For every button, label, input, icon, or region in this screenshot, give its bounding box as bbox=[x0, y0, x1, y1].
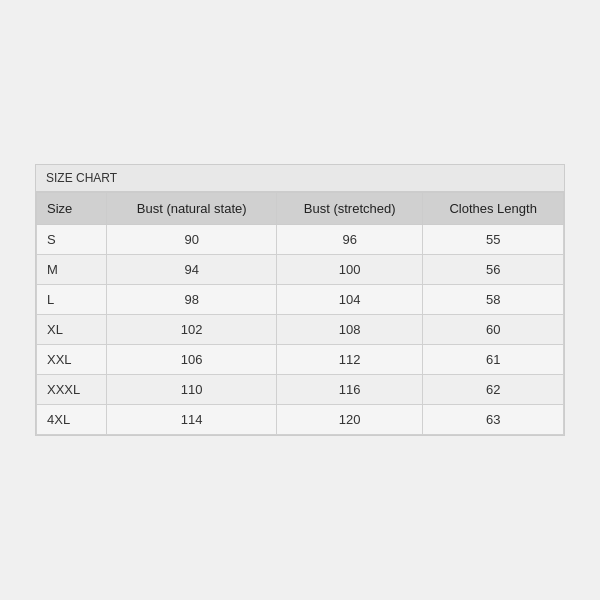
cell-bust_stretched: 116 bbox=[277, 375, 423, 405]
cell-bust_stretched: 104 bbox=[277, 285, 423, 315]
table-row: S909655 bbox=[37, 225, 564, 255]
table-row: M9410056 bbox=[37, 255, 564, 285]
table-row: 4XL11412063 bbox=[37, 405, 564, 435]
cell-bust_natural: 98 bbox=[107, 285, 277, 315]
cell-size: 4XL bbox=[37, 405, 107, 435]
table-row: L9810458 bbox=[37, 285, 564, 315]
cell-size: L bbox=[37, 285, 107, 315]
size-chart-table: Size Bust (natural state) Bust (stretche… bbox=[36, 192, 564, 435]
cell-bust_stretched: 100 bbox=[277, 255, 423, 285]
table-header-row: Size Bust (natural state) Bust (stretche… bbox=[37, 193, 564, 225]
cell-clothes_length: 55 bbox=[423, 225, 564, 255]
cell-bust_natural: 94 bbox=[107, 255, 277, 285]
cell-bust_stretched: 108 bbox=[277, 315, 423, 345]
cell-bust_stretched: 112 bbox=[277, 345, 423, 375]
header-clothes-length: Clothes Length bbox=[423, 193, 564, 225]
cell-size: S bbox=[37, 225, 107, 255]
table-row: XXL10611261 bbox=[37, 345, 564, 375]
size-chart-container: SIZE CHART Size Bust (natural state) Bus… bbox=[35, 164, 565, 436]
header-size: Size bbox=[37, 193, 107, 225]
cell-size: XL bbox=[37, 315, 107, 345]
cell-bust_natural: 102 bbox=[107, 315, 277, 345]
header-bust-stretched: Bust (stretched) bbox=[277, 193, 423, 225]
cell-size: XXXL bbox=[37, 375, 107, 405]
cell-clothes_length: 62 bbox=[423, 375, 564, 405]
cell-size: M bbox=[37, 255, 107, 285]
cell-clothes_length: 60 bbox=[423, 315, 564, 345]
cell-size: XXL bbox=[37, 345, 107, 375]
cell-bust_natural: 114 bbox=[107, 405, 277, 435]
cell-bust_natural: 90 bbox=[107, 225, 277, 255]
cell-clothes_length: 58 bbox=[423, 285, 564, 315]
table-row: XXXL11011662 bbox=[37, 375, 564, 405]
cell-bust_natural: 106 bbox=[107, 345, 277, 375]
cell-clothes_length: 61 bbox=[423, 345, 564, 375]
chart-title: SIZE CHART bbox=[36, 165, 564, 192]
cell-bust_stretched: 96 bbox=[277, 225, 423, 255]
table-body: S909655M9410056L9810458XL10210860XXL1061… bbox=[37, 225, 564, 435]
cell-clothes_length: 63 bbox=[423, 405, 564, 435]
cell-clothes_length: 56 bbox=[423, 255, 564, 285]
cell-bust_stretched: 120 bbox=[277, 405, 423, 435]
header-bust-natural: Bust (natural state) bbox=[107, 193, 277, 225]
cell-bust_natural: 110 bbox=[107, 375, 277, 405]
table-row: XL10210860 bbox=[37, 315, 564, 345]
